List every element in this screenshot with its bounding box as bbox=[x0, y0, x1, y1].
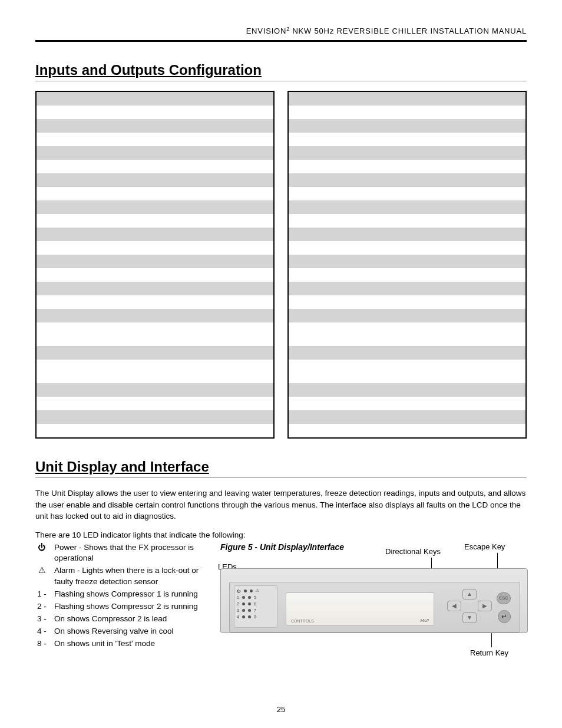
page-header: ENVISION2 NKW 50Hz REVERSIBLE CHILLER IN… bbox=[35, 26, 527, 42]
device-led-row: 26 bbox=[237, 601, 275, 607]
led-list-item: 8 -On shows unit in 'Test' mode bbox=[35, 638, 210, 650]
led-list-text: Flashing shows Compressor 1 is running bbox=[54, 589, 198, 600]
led-list-key: ⚠ bbox=[35, 565, 48, 588]
led-list-text: On shows unit in 'Test' mode bbox=[54, 638, 155, 650]
section-title-unit-display: Unit Display and Interface bbox=[35, 459, 527, 478]
page-number: 25 bbox=[0, 705, 562, 714]
led-list-item: 4 -On shows Reversing valve in cool bbox=[35, 626, 210, 637]
device-keypad: ▲ ▼ ◀ ▶ ESC ↵ bbox=[444, 589, 514, 627]
arrow-down-button[interactable]: ▼ bbox=[462, 612, 477, 623]
lcd-brand-left: CONTROLS bbox=[291, 619, 314, 623]
led-list-key: 1 - bbox=[35, 589, 48, 600]
led-list-text: Alarm - Lights when there is a lock-out … bbox=[54, 565, 210, 588]
device-led-row: 37 bbox=[237, 607, 275, 614]
label-return-key: Return Key bbox=[470, 648, 508, 657]
led-list-item: ⏻Power - Shows that the FX processor is … bbox=[35, 542, 210, 565]
led-list-item: ⚠Alarm - Lights when there is a lock-out… bbox=[35, 565, 210, 588]
led-list-text: Power - Shows that the FX processor is o… bbox=[54, 542, 210, 565]
led-list-key: 3 - bbox=[35, 614, 48, 625]
device-led-row: ⏻⚠ bbox=[237, 588, 275, 594]
device-diagram: ⏻⚠15263748 CONTROLS MUI ▲ ▼ ◀ ▶ ESC ↵ bbox=[220, 562, 527, 645]
unit-display-paragraph-1: The Unit Display allows the user to view… bbox=[35, 487, 527, 522]
header-prefix: ENVISION bbox=[246, 27, 287, 35]
label-escape-key: Escape Key bbox=[464, 542, 505, 551]
section-title-io-config: Inputs and Outputs Configuration bbox=[35, 62, 527, 81]
arrow-right-button[interactable]: ▶ bbox=[478, 601, 492, 611]
led-list-item: 1 -Flashing shows Compressor 1 is runnin… bbox=[35, 589, 210, 600]
device-led-row: 15 bbox=[237, 594, 275, 601]
figure-5-container: Figure 5 - Unit Display/Interface LEDs D… bbox=[220, 542, 527, 651]
device-led-row: 48 bbox=[237, 614, 275, 620]
arrow-up-button[interactable]: ▲ bbox=[462, 589, 477, 599]
label-directional-keys: Directional Keys bbox=[385, 547, 441, 556]
lcd-brand-right: MUI bbox=[420, 618, 429, 623]
return-button[interactable]: ↵ bbox=[498, 610, 511, 623]
led-list-key: 4 - bbox=[35, 626, 48, 637]
config-tables-row bbox=[35, 91, 527, 439]
led-list-text: On shows Compressor 2 is lead bbox=[54, 614, 167, 625]
inputs-table bbox=[35, 91, 275, 439]
led-list-item: 3 -On shows Compressor 2 is lead bbox=[35, 614, 210, 625]
led-list-text: Flashing shows Compressor 2 is running bbox=[54, 601, 198, 612]
outputs-table bbox=[287, 91, 527, 439]
device-led-block: ⏻⚠15263748 bbox=[234, 585, 277, 628]
arrow-left-button[interactable]: ◀ bbox=[447, 601, 461, 611]
device-lcd: CONTROLS MUI bbox=[286, 592, 434, 625]
escape-button[interactable]: ESC bbox=[497, 592, 511, 604]
led-list-key: 8 - bbox=[35, 638, 48, 650]
led-list-text: On shows Reversing valve in cool bbox=[54, 626, 174, 637]
led-list-key: 2 - bbox=[35, 601, 48, 612]
led-list-item: 2 -Flashing shows Compressor 2 is runnin… bbox=[35, 601, 210, 612]
led-indicator-list: ⏻Power - Shows that the FX processor is … bbox=[35, 542, 210, 651]
unit-display-paragraph-2: There are 10 LED indicator lights that i… bbox=[35, 529, 527, 541]
led-list-key: ⏻ bbox=[35, 542, 48, 565]
header-suffix: NKW 50Hz REVERSIBLE CHILLER INSTALLATION… bbox=[290, 27, 527, 35]
